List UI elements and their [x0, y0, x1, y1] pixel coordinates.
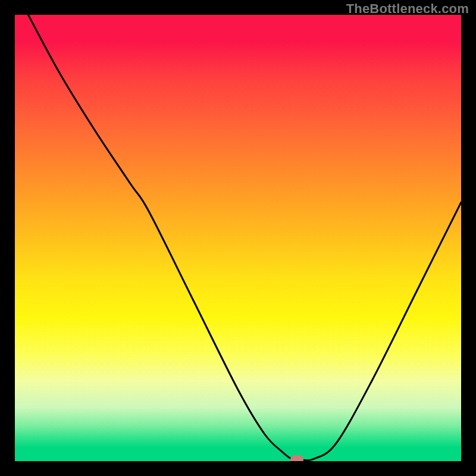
optimal-point-marker [290, 456, 303, 462]
plot-area [15, 15, 461, 461]
bottleneck-curve-path [29, 15, 462, 461]
bottleneck-curve-svg [15, 15, 461, 461]
chart-frame: TheBottleneck.com [0, 0, 476, 476]
